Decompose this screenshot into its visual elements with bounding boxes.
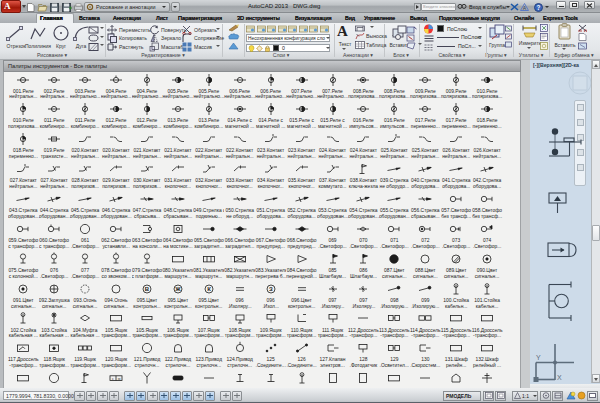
svg-text:Ж: Ж (174, 286, 181, 292)
svg-text:В: В (145, 286, 150, 292)
svg-text:К: К (207, 286, 211, 292)
svg-text:X: X (557, 374, 562, 381)
svg-text:З: З (269, 286, 273, 292)
svg-text:Y: Y (536, 354, 541, 361)
svg-text:ю: ю (118, 377, 121, 381)
svg-text:?: ? (537, 3, 541, 10)
svg-text:с: с (112, 377, 114, 381)
